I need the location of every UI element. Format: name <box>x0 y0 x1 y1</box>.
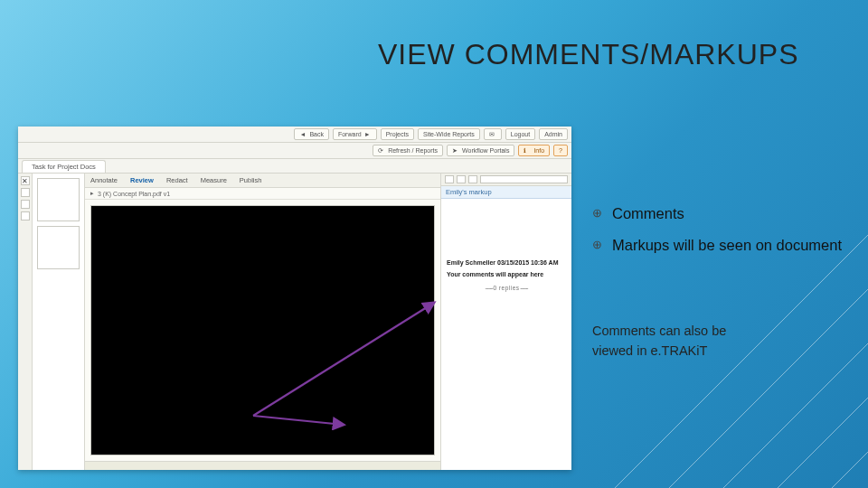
bullet-item: ⊕ Markups will be seen on document <box>592 236 854 255</box>
menu-item-redact[interactable]: Redact <box>166 176 188 184</box>
svg-line-3 <box>669 289 868 488</box>
menu-item-measure[interactable]: Measure <box>201 176 227 184</box>
flow-icon: ➤ <box>452 147 459 155</box>
nav-label: Projects <box>386 131 409 137</box>
horizontal-scrollbar[interactable] <box>85 461 440 470</box>
footnote-line: Comments can also be <box>592 321 854 341</box>
slide-title: VIEW COMMENTS/MARKUPS <box>378 38 852 71</box>
tool-draw-icon[interactable] <box>21 211 30 221</box>
bullet-text: Comments <box>612 204 684 223</box>
app-screenshot: ◄ Back Forward ► Projects Site-Wide Repo… <box>18 127 571 470</box>
nav-label: Logout <box>511 131 530 137</box>
tool-close-icon[interactable]: ✕ <box>21 176 30 185</box>
comment-message: Your comments will appear here <box>447 270 566 278</box>
tool-cursor-icon[interactable] <box>21 188 30 197</box>
logout-button[interactable]: Logout <box>505 128 535 140</box>
menu-item-review[interactable]: Review <box>130 176 154 184</box>
document-tabbar: Task for Project Docs <box>18 159 571 174</box>
comment-tool-button[interactable] <box>468 175 477 183</box>
page-thumbnail[interactable] <box>37 178 80 221</box>
comments-toolbar <box>441 174 571 186</box>
viewer-menu: Annotate Review Redact Measure Publish <box>85 174 440 188</box>
projects-button[interactable]: Projects <box>381 128 414 140</box>
nav-label: Admin <box>544 131 562 137</box>
bullet-list: ⊕ Comments ⊕ Markups will be seen on doc… <box>592 204 854 267</box>
footnote-line: viewed in e.TRAKiT <box>592 341 854 361</box>
app-topnav-secondary: ⟳ Refresh / Reports ➤ Workflow Portals ℹ… <box>18 143 571 159</box>
info-button[interactable]: ℹ Info <box>518 145 550 156</box>
menu-item-publish[interactable]: Publish <box>240 176 262 184</box>
forward-button[interactable]: Forward ► <box>333 128 377 140</box>
comment-meta: Emily Schmeller 03/15/2015 10:36 AM <box>447 258 566 267</box>
comment-author-label: Emily's markup <box>446 188 492 196</box>
document-canvas[interactable] <box>90 205 435 455</box>
comment-author-tab[interactable]: Emily's markup <box>441 186 571 199</box>
back-button[interactable]: ◄ Back <box>294 128 329 140</box>
nav-label: Workflow Portals <box>462 147 509 154</box>
comment-tool-button[interactable] <box>457 175 466 183</box>
nav-label: Info <box>533 147 544 154</box>
tool-rect-icon[interactable] <box>21 200 30 209</box>
comments-panel: Emily's markup Emily Schmeller 03/15/201… <box>440 174 571 470</box>
menu-item-annotate[interactable]: Annotate <box>90 176 118 184</box>
comment-tool-button[interactable] <box>445 175 454 183</box>
nav-label: Refresh / Reports <box>388 147 438 154</box>
document-tab[interactable]: Task for Project Docs <box>22 160 106 173</box>
notifications-button[interactable]: ✉ <box>484 128 502 140</box>
nav-label: ? <box>559 147 562 154</box>
app-topnav-primary: ◄ Back Forward ► Projects Site-Wide Repo… <box>18 127 571 143</box>
svg-line-4 <box>723 343 868 488</box>
workflow-portals-button[interactable]: ➤ Workflow Portals <box>447 145 514 156</box>
refresh-icon: ⟳ <box>378 147 385 155</box>
viewer-doc-title: ▸ 3 (K) Concept Plan.pdf v1 <box>85 188 440 200</box>
bell-icon: ✉ <box>489 131 496 138</box>
refresh-reports-button[interactable]: ⟳ Refresh / Reports <box>373 145 443 156</box>
footnote: Comments can also be viewed in e.TRAKiT <box>592 321 854 361</box>
bullet-item: ⊕ Comments <box>592 204 854 223</box>
nav-label: Forward <box>338 131 362 137</box>
bullet-icon: ⊕ <box>592 204 612 223</box>
doc-title-text: 3 (K) Concept Plan.pdf v1 <box>98 191 170 197</box>
nav-label: Back <box>309 131 324 137</box>
svg-line-2 <box>615 235 868 488</box>
vertical-toolbar: ✕ <box>18 174 33 470</box>
thumbnail-panel <box>33 174 85 470</box>
comment-replies-count: 0 replies <box>447 285 566 293</box>
arrow-right-icon: ► <box>364 131 372 138</box>
tab-label: Task for Project Docs <box>32 163 96 171</box>
arrow-left-icon: ◄ <box>299 131 307 138</box>
admin-button[interactable]: Admin <box>539 128 568 140</box>
page-thumbnail[interactable] <box>37 226 80 269</box>
bullet-text: Markups will be seen on document <box>612 236 842 255</box>
sitewide-reports-button[interactable]: Site-Wide Reports <box>418 128 480 140</box>
comment-body: Emily Schmeller 03/15/2015 10:36 AM Your… <box>441 199 571 470</box>
info-icon: ℹ <box>524 147 531 155</box>
nav-label: Site-Wide Reports <box>423 131 475 137</box>
help-button[interactable]: ? <box>553 145 568 156</box>
bullet-icon: ⊕ <box>592 236 612 255</box>
document-viewer: Annotate Review Redact Measure Publish ▸… <box>85 174 440 470</box>
comment-search-input[interactable] <box>480 175 568 183</box>
